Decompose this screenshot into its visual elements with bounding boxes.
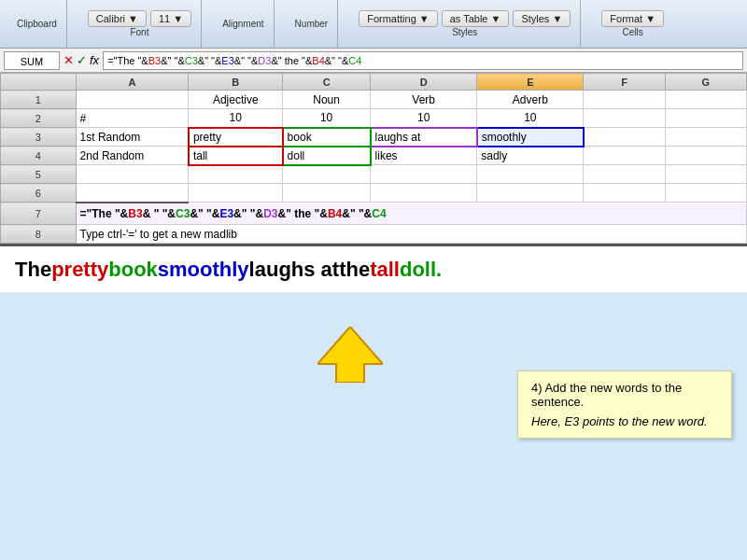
cell-F3[interactable]: [584, 128, 665, 147]
f7-s3: &" "&: [233, 207, 263, 220]
col-header-B[interactable]: B: [189, 74, 283, 91]
cell-D6[interactable]: [371, 184, 477, 203]
cell-E4[interactable]: sadly: [477, 147, 584, 165]
col-header-G[interactable]: G: [665, 74, 746, 91]
cell-D1[interactable]: Verb: [371, 91, 477, 109]
formula-e3: E3: [221, 55, 233, 66]
cell-F6[interactable]: [584, 184, 665, 203]
table-row: 8 Type ctrl-'=' to get a new madlib: [1, 225, 747, 244]
cell-B3[interactable]: pretty: [189, 128, 283, 147]
cell-C5[interactable]: [283, 165, 371, 184]
cell-B2[interactable]: 10: [189, 109, 283, 128]
cell-B6[interactable]: [189, 184, 283, 203]
formatting-btn[interactable]: Formatting ▼: [359, 10, 438, 27]
cancel-icon[interactable]: ✕: [63, 53, 74, 67]
cell-G1[interactable]: [665, 91, 746, 109]
svg-marker-0: [317, 327, 383, 383]
formula-c4: C4: [348, 55, 361, 66]
cell-F1[interactable]: [584, 91, 665, 109]
table-row: 2 # 10 10 10 10: [1, 109, 747, 128]
cell-B1[interactable]: Adjective: [189, 91, 283, 109]
function-icon[interactable]: fx: [90, 53, 99, 67]
row-header-5[interactable]: 5: [1, 165, 77, 184]
cell-D4[interactable]: likes: [371, 147, 477, 165]
cell-D3[interactable]: laughs at: [371, 128, 477, 147]
cell-G6[interactable]: [665, 184, 746, 203]
cell-B5[interactable]: [189, 165, 283, 184]
table-row: 5: [1, 165, 747, 184]
cell-A4[interactable]: 2nd Random: [76, 147, 189, 165]
row-header-2[interactable]: 2: [1, 109, 77, 128]
styles-btn[interactable]: Styles ▼: [513, 10, 571, 27]
cell-E5[interactable]: [477, 165, 584, 184]
cell-D2[interactable]: 10: [371, 109, 477, 128]
cell-G5[interactable]: [665, 165, 746, 184]
cell-C6[interactable]: [283, 184, 371, 203]
cell-G3[interactable]: [665, 128, 746, 147]
f7-c3: C3: [176, 207, 190, 220]
cell-D5[interactable]: [371, 165, 477, 184]
cell-F5[interactable]: [584, 165, 665, 184]
cell-A2[interactable]: #: [76, 109, 189, 128]
cell-A8[interactable]: Type ctrl-'=' to get a new madlib: [76, 225, 746, 244]
sentence-pretty: pretty: [51, 258, 108, 282]
row-header-8[interactable]: 8: [1, 225, 77, 244]
cell-G2[interactable]: [665, 109, 746, 128]
cell-A3[interactable]: 1st Random: [76, 128, 189, 147]
row-header-3[interactable]: 3: [1, 128, 77, 147]
confirm-icon[interactable]: ✓: [77, 53, 87, 67]
sentence-the: The: [15, 258, 51, 282]
row-header-6[interactable]: 6: [1, 184, 77, 203]
col-header-F[interactable]: F: [584, 74, 665, 91]
row-header-1[interactable]: 1: [1, 91, 77, 109]
as-table-btn[interactable]: as Table ▼: [442, 10, 510, 27]
row-header-4[interactable]: 4: [1, 147, 77, 165]
cell-E3[interactable]: smoothly: [477, 128, 584, 147]
sentence-tall: tall: [370, 258, 400, 282]
cell-G4[interactable]: [665, 147, 746, 165]
cell-F2[interactable]: [584, 109, 665, 128]
formula-amp1: &" "&: [161, 55, 185, 66]
cell-F4[interactable]: [584, 147, 665, 165]
table-row: 7 ="The "&B3& " "&C3&" "&E3&" "&D3&" the…: [1, 203, 747, 225]
cell-B4[interactable]: tall: [189, 147, 283, 165]
table-row: 6: [1, 184, 747, 203]
cell-E2[interactable]: 10: [477, 109, 584, 128]
tooltip-box: 4) Add the new words to the sentence. He…: [517, 371, 732, 439]
cell-A6[interactable]: [76, 184, 189, 203]
col-header-A[interactable]: A: [76, 74, 189, 91]
row-header-7[interactable]: 7: [1, 203, 77, 225]
font-name-btn[interactable]: Calibri ▼: [88, 10, 147, 27]
f7-s2: &" "&: [190, 207, 219, 220]
formula-amp5: &" "&: [325, 55, 349, 66]
font-section: Calibri ▼ 11 ▼ Font: [78, 0, 202, 48]
cell-formula-7[interactable]: ="The "&B3& " "&C3&" "&E3&" "&D3&" the "…: [76, 203, 746, 225]
cell-A1[interactable]: [76, 91, 189, 109]
cell-E1[interactable]: Adverb: [477, 91, 584, 109]
cell-C2[interactable]: 10: [283, 109, 371, 128]
font-size-btn[interactable]: 11 ▼: [150, 10, 191, 27]
col-header-C[interactable]: C: [283, 74, 371, 91]
col-header-E[interactable]: E: [477, 74, 584, 91]
cell-C1[interactable]: Noun: [283, 91, 371, 109]
cell-C4[interactable]: doll: [283, 147, 371, 165]
formula-b3: B3: [148, 55, 161, 66]
format-btn[interactable]: Format ▼: [601, 10, 664, 27]
formula-amp3: &" "&: [234, 55, 259, 66]
cells-section: Format ▼ Cells: [592, 0, 673, 48]
name-box[interactable]: SUM: [4, 51, 60, 70]
font-label: Font: [130, 27, 148, 37]
yellow-arrow: [317, 327, 383, 386]
formula-bar: SUM ✕ ✓ fx ="The "&B3&" "&C3&" "&E3&" "&…: [0, 49, 747, 73]
cell-E6[interactable]: [477, 184, 584, 203]
corner-header: [1, 74, 77, 91]
f7-s4: &" the "&: [278, 207, 328, 220]
tooltip-line2: Here, E3 points to the new word.: [531, 414, 718, 428]
formula-input[interactable]: ="The "&B3&" "&C3&" "&E3&" "&D3&" the "&…: [103, 51, 743, 70]
cell-C3[interactable]: book: [283, 128, 371, 147]
table-row: 1 Adjective Noun Verb Adverb: [1, 91, 747, 109]
cell-A5[interactable]: [76, 165, 189, 184]
col-header-D[interactable]: D: [371, 74, 477, 91]
spreadsheet-table: A B C D E F G 1 Adjective Noun Verb Adve…: [0, 73, 747, 244]
f7-c4: C4: [372, 207, 386, 220]
